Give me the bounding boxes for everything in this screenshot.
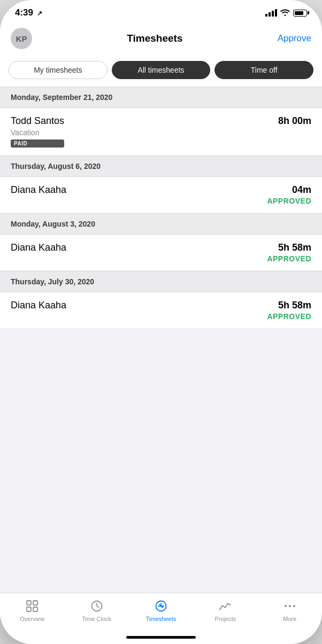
signal-icon <box>265 9 277 17</box>
svg-point-8 <box>293 605 295 607</box>
date-header-4: Thursday, July 30, 2020 <box>0 271 322 292</box>
projects-icon <box>218 599 233 614</box>
entry-left: Diana Kaaha <box>11 242 66 253</box>
nav-timesheets[interactable]: Timesheets <box>129 599 193 622</box>
tab-time-off[interactable]: Time off <box>214 61 313 79</box>
entry-row[interactable]: Todd Santos Vacation PAID 8h 00m <box>0 108 322 156</box>
wifi-icon <box>280 9 290 18</box>
entry-right: 8h 00m <box>278 115 311 127</box>
nav-more-label: More <box>283 616 296 622</box>
entry-time: 04m <box>292 184 311 196</box>
empty-area <box>0 329 322 436</box>
entry-left: Diana Kaaha <box>11 184 66 196</box>
entry-row[interactable]: Diana Kaaha 5h 58m APPROVED <box>0 292 322 329</box>
content-area: Monday, September 21, 2020 Todd Santos V… <box>0 87 322 593</box>
nav-overview[interactable]: Overview <box>0 599 64 622</box>
svg-point-6 <box>285 605 287 607</box>
tab-segment: My timesheets All timesheets Time off <box>0 56 322 87</box>
approve-button[interactable]: Approve <box>278 33 311 44</box>
home-bar <box>126 636 196 639</box>
svg-rect-2 <box>27 607 31 611</box>
date-label-1: Monday, September 21, 2020 <box>11 93 112 102</box>
nav-timesheets-label: Timesheets <box>146 616 176 622</box>
home-indicator <box>0 633 322 644</box>
entry-time: 5h 58m <box>278 242 311 253</box>
tab-my-timesheets[interactable]: My timesheets <box>9 61 108 79</box>
tab-all-timesheets[interactable]: All timesheets <box>112 61 211 79</box>
entry-name: Diana Kaaha <box>11 242 66 253</box>
battery-icon <box>293 10 307 17</box>
time-text: 4:39 <box>15 7 33 18</box>
nav-projects[interactable]: Projects <box>193 599 257 622</box>
nav-projects-label: Projects <box>215 616 236 622</box>
entry-left: Diana Kaaha <box>11 300 66 311</box>
status-badge: APPROVED <box>267 197 311 205</box>
overview-icon <box>25 599 40 614</box>
entry-right: 5h 58m APPROVED <box>267 300 311 321</box>
nav-more[interactable]: More <box>258 599 322 622</box>
page-title: Timesheets <box>127 33 182 44</box>
entry-left: Todd Santos Vacation PAID <box>11 115 64 148</box>
paid-badge: PAID <box>11 139 64 148</box>
phone-frame: 4:39 ↗ KP Timesheets Approve My <box>0 0 322 644</box>
svg-rect-3 <box>33 607 37 611</box>
bottom-nav: Overview Time Clock Timesheets <box>0 593 322 633</box>
entry-time: 5h 58m <box>278 300 311 311</box>
entry-row[interactable]: Diana Kaaha 5h 58m APPROVED <box>0 235 322 271</box>
date-label-3: Monday, August 3, 2020 <box>11 220 95 228</box>
nav-overview-label: Overview <box>20 616 44 622</box>
date-header-3: Monday, August 3, 2020 <box>0 213 322 235</box>
entry-right: 04m APPROVED <box>267 184 311 205</box>
entry-time: 8h 00m <box>278 115 311 127</box>
timesheets-icon <box>154 599 168 614</box>
more-icon <box>282 599 297 614</box>
nav-timeclock[interactable]: Time Clock <box>64 599 128 622</box>
entry-name: Diana Kaaha <box>11 184 66 196</box>
status-badge: APPROVED <box>267 254 311 263</box>
nav-timeclock-label: Time Clock <box>82 616 111 622</box>
timeclock-icon <box>89 599 104 614</box>
location-arrow: ↗ <box>37 10 42 17</box>
svg-rect-0 <box>27 601 31 605</box>
status-icons <box>265 9 307 18</box>
status-time: 4:39 ↗ <box>15 7 42 18</box>
date-header-1: Monday, September 21, 2020 <box>0 87 322 108</box>
status-badge: APPROVED <box>267 312 311 321</box>
svg-point-7 <box>289 605 291 607</box>
header: KP Timesheets Approve <box>0 22 322 56</box>
entry-name: Diana Kaaha <box>11 300 66 311</box>
svg-rect-1 <box>33 601 37 605</box>
status-bar: 4:39 ↗ <box>0 0 322 22</box>
date-label-2: Thursday, August 6, 2020 <box>11 162 101 170</box>
avatar[interactable]: KP <box>11 28 32 49</box>
entry-right: 5h 58m APPROVED <box>267 242 311 263</box>
entry-type: Vacation <box>11 128 64 137</box>
date-header-2: Thursday, August 6, 2020 <box>0 156 322 177</box>
date-label-4: Thursday, July 30, 2020 <box>11 277 94 286</box>
entry-name: Todd Santos <box>11 115 64 127</box>
entry-row[interactable]: Diana Kaaha 04m APPROVED <box>0 177 322 213</box>
